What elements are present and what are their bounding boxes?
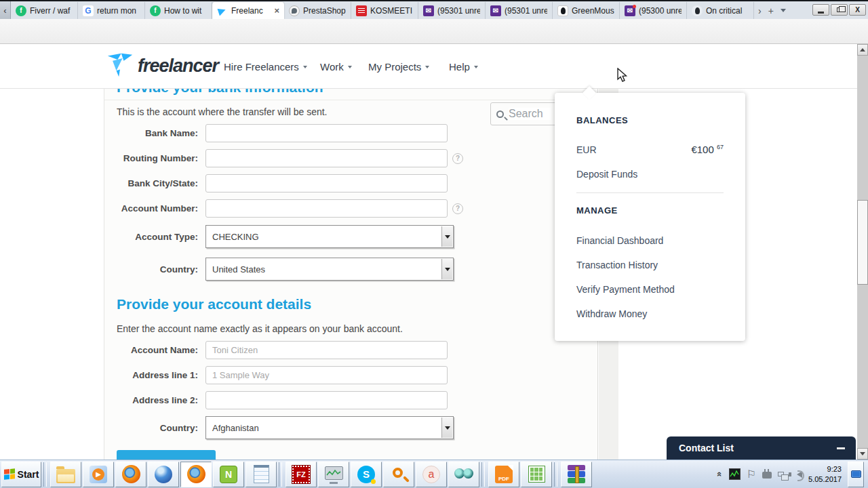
menu-transaction-history[interactable]: Transaction History [576,260,658,270]
tray-power-icon[interactable] [762,470,772,479]
tab-overflow-icon[interactable]: › [758,6,762,16]
fiverr-icon: f [150,5,161,16]
mail-unread-icon: ✉ [625,5,635,16]
window-restore-button[interactable] [831,4,848,16]
tab-label: PrestaShop [303,6,346,16]
site-navbar: freelancer Hire Freelancers Work My Proj… [0,44,857,89]
menu-deposit-funds[interactable]: Deposit Funds [576,169,637,180]
page-scrollbar[interactable] [857,44,868,460]
tray-expand-icon[interactable]: « [715,472,726,476]
taskbar-notepad-plus[interactable]: N [213,462,244,487]
scrollbar-thumb[interactable] [857,200,868,285]
tab-freelancer-active[interactable]: Freelanc × [212,2,284,19]
tray-network-icon[interactable] [778,472,787,476]
taskbar-system-monitor[interactable] [318,462,349,487]
taskbar-winrar[interactable] [561,462,592,487]
tab-label: On critical [706,6,749,16]
scroll-up-icon[interactable] [857,44,868,56]
scroll-down-icon[interactable] [857,448,868,460]
taskbar-explorer[interactable] [50,462,81,487]
address-line1-input[interactable] [205,366,448,384]
tab-kosmeetik[interactable]: KOSMEETI [351,2,418,19]
window-minimize-button[interactable] [812,4,829,16]
divider [576,192,724,193]
site-search[interactable] [490,102,560,125]
freelancer-logo[interactable]: freelancer [105,52,218,79]
show-desktop-button[interactable] [848,462,864,487]
tab-on-critical[interactable]: On critical [687,2,754,19]
tray-volume-icon[interactable] [797,471,802,478]
new-tab-button[interactable]: + [768,6,774,16]
routing-number-label: Routing Number: [108,153,198,163]
taskbar-binoculars-app[interactable] [448,462,479,487]
taskbar-notepad[interactable] [245,462,277,487]
menu-verify-payment-method[interactable]: Verify Payment Method [576,284,675,295]
chevron-down-icon[interactable] [441,418,452,438]
taskbar-foxit-pdf[interactable]: PDF [488,462,519,487]
taskbar-libreoffice-calc[interactable] [521,462,552,487]
tab-google-search[interactable]: G return mon [78,2,145,19]
tab-prestashop[interactable]: PrestaShop [284,2,351,19]
tray-flag-icon[interactable]: ⚐ [747,468,756,481]
tab-label: How to wit [164,6,207,16]
tab-fiverr[interactable]: f Fiverr / waf [11,2,78,19]
taskbar-media-player[interactable]: ▶ [83,462,114,487]
taskbar-search-tool[interactable] [383,462,414,487]
tab-list-dropdown-icon[interactable] [781,9,786,12]
bank-name-label: Bank Name: [108,128,198,138]
divider [104,100,597,100]
account-type-select[interactable]: CHECKING [205,225,454,248]
tab-mail-3[interactable]: ✉ (95300 unre [620,2,687,19]
nav-my-projects[interactable]: My Projects [368,44,429,89]
account-number-input[interactable] [205,199,448,218]
bank-city-state-input[interactable] [205,174,448,192]
taskbar-skype[interactable]: S [351,462,382,487]
help-icon[interactable]: ? [452,203,463,214]
taskbar-seamonkey[interactable] [148,462,179,487]
tab-greenmouse[interactable]: GreenMous [553,2,620,19]
tab-label: return mon [97,6,140,16]
chevron-down-icon[interactable] [441,259,452,279]
balance-currency: EUR [576,144,597,155]
nav-hire-freelancers[interactable]: Hire Freelancers [224,44,307,89]
minimize-icon[interactable] [837,447,845,449]
tab-label: (95301 unre [437,6,480,16]
tray-monitor-icon[interactable] [729,468,741,480]
search-input[interactable] [509,108,551,120]
contact-list-panel[interactable]: Contact List [667,436,856,460]
account-name-input[interactable] [205,341,448,359]
tab-mail-2[interactable]: ✉ (95301 unre [486,2,553,19]
bank-name-input[interactable] [205,124,448,142]
account-country-select[interactable]: Afghanistan [205,416,454,439]
start-button[interactable]: Start [1,462,41,487]
bank-country-select[interactable]: United States [205,258,454,281]
windows-logo-icon [4,468,15,480]
system-tray: « ⚐ 9:23 5.05.2017 [717,462,867,487]
taskbar-separator [279,462,282,487]
menu-withdraw-money[interactable]: Withdraw Money [576,308,647,319]
greenmouse-icon [557,5,568,16]
account-name-label: Account Name: [108,345,198,355]
tab-close-icon[interactable]: × [274,5,279,16]
taskbar-filezilla[interactable]: FZ [285,462,317,487]
routing-number-input[interactable] [205,149,448,167]
nav-work[interactable]: Work [320,44,352,89]
taskbar-a-app[interactable]: a [416,462,447,487]
chevron-down-icon[interactable] [441,226,452,247]
tab-label: Freelanc [231,6,269,16]
contact-list-title: Contact List [679,443,734,453]
prestashop-icon [289,5,300,16]
window-close-button[interactable]: X [849,4,866,16]
tab-mail-1[interactable]: ✉ (95301 unre [418,2,486,19]
address-line2-input[interactable] [205,391,448,409]
bank-country-value: United States [206,264,265,274]
taskbar-firefox[interactable] [115,462,146,487]
tab-how-to[interactable]: f How to wit [145,2,212,19]
tab-label: GreenMous [572,6,614,16]
tray-clock[interactable]: 9:23 5.05.2017 [808,464,842,485]
menu-financial-dashboard[interactable]: Financial Dashboard [576,235,663,246]
tab-scroll-left-icon[interactable]: ‹ [0,1,11,19]
nav-help[interactable]: Help [449,44,478,89]
help-icon[interactable]: ? [452,153,463,164]
taskbar-firefox-active[interactable] [180,462,212,487]
